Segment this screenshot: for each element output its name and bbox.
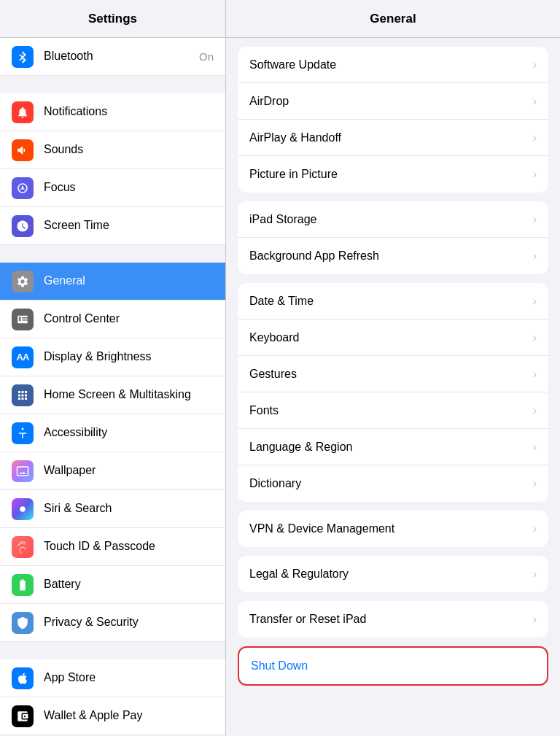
sidebar-label-accessibility: Accessibility — [44, 425, 107, 441]
chevron-vpn-device: › — [533, 522, 537, 535]
sidebar-item-home-screen[interactable]: Home Screen & Multitasking — [0, 376, 225, 414]
sidebar-label-battery: Battery — [44, 577, 81, 592]
sidebar: Bluetooth On Notifications Sounds Focus — [0, 38, 226, 736]
chevron-keyboard: › — [533, 331, 537, 344]
detail-item-language-region[interactable]: Language & Region › — [238, 429, 548, 465]
home-screen-icon — [12, 384, 34, 406]
control-center-icon — [12, 309, 34, 330]
app-store-icon — [12, 667, 34, 689]
detail-item-date-time[interactable]: Date & Time › — [238, 283, 548, 319]
detail-item-airplay-handoff[interactable]: AirPlay & Handoff › — [238, 120, 548, 156]
detail-group-2: iPad Storage › Background App Refresh › — [238, 201, 548, 274]
chevron-gestures: › — [533, 368, 537, 381]
chevron-language-region: › — [533, 441, 537, 454]
siri-icon — [12, 498, 34, 520]
sidebar-label-privacy-security: Privacy & Security — [44, 615, 139, 630]
general-icon — [12, 271, 34, 293]
sidebar-header: Settings — [0, 0, 226, 37]
battery-icon — [12, 574, 34, 596]
detail-item-keyboard[interactable]: Keyboard › — [238, 319, 548, 356]
sidebar-item-sounds[interactable]: Sounds — [0, 131, 225, 169]
detail-group-5: Legal & Regulatory › — [238, 556, 548, 592]
detail-label-software-update: Software Update — [249, 58, 527, 71]
detail-panel: Software Update › AirDrop › AirPlay & Ha… — [226, 38, 560, 736]
sidebar-item-screen-time[interactable]: Screen Time — [0, 207, 225, 245]
detail-label-fonts: Fonts — [249, 404, 527, 417]
detail-group-1: Software Update › AirDrop › AirPlay & Ha… — [238, 47, 548, 193]
sidebar-item-privacy-security[interactable]: Privacy & Security — [0, 604, 225, 642]
detail-header: General — [226, 0, 560, 37]
detail-item-ipad-storage[interactable]: iPad Storage › — [238, 201, 548, 238]
detail-item-fonts[interactable]: Fonts › — [238, 392, 548, 429]
header: Settings General — [0, 0, 560, 38]
focus-icon — [12, 177, 34, 199]
detail-label-background-app-refresh: Background App Refresh — [249, 249, 527, 263]
detail-label-ipad-storage: iPad Storage — [249, 213, 527, 226]
bluetooth-icon — [12, 46, 34, 68]
detail-item-transfer-reset[interactable]: Transfer or Reset iPad › — [238, 601, 548, 638]
chevron-airplay-handoff: › — [533, 131, 537, 144]
sidebar-item-accessibility[interactable]: Accessibility — [0, 414, 225, 452]
chevron-fonts: › — [533, 404, 537, 417]
sidebar-label-app-store: App Store — [44, 670, 96, 686]
wallet-icon — [12, 705, 34, 727]
detail-item-legal-regulatory[interactable]: Legal & Regulatory › — [238, 556, 548, 592]
sidebar-spacer-2 — [0, 245, 225, 263]
detail-label-legal-regulatory: Legal & Regulatory — [249, 568, 527, 581]
wallpaper-icon — [12, 460, 34, 482]
detail-label-airplay-handoff: AirPlay & Handoff — [249, 131, 527, 144]
sidebar-item-wallet[interactable]: Wallet & Apple Pay — [0, 697, 225, 735]
detail-item-picture-in-picture[interactable]: Picture in Picture › — [238, 156, 548, 193]
detail-label-shut-down: Shut Down — [251, 659, 535, 673]
detail-title: General — [370, 12, 416, 26]
sidebar-item-siri[interactable]: Siri & Search — [0, 490, 225, 528]
chevron-airdrop: › — [533, 95, 537, 108]
detail-label-picture-in-picture: Picture in Picture — [249, 168, 527, 181]
svg-point-0 — [22, 427, 24, 430]
detail-item-dictionary[interactable]: Dictionary › — [238, 465, 548, 502]
chevron-ipad-storage: › — [533, 213, 537, 226]
sidebar-label-notifications: Notifications — [44, 104, 107, 120]
sidebar-item-control-center[interactable]: Control Center — [0, 301, 225, 338]
sidebar-item-focus[interactable]: Focus — [0, 169, 225, 207]
sidebar-item-app-store[interactable]: App Store — [0, 659, 225, 697]
sidebar-label-wallet: Wallet & Apple Pay — [44, 708, 142, 724]
detail-group-6: Transfer or Reset iPad › — [238, 601, 548, 638]
bluetooth-value: On — [199, 50, 214, 63]
chevron-software-update: › — [533, 58, 537, 71]
sidebar-label-general: General — [44, 274, 85, 289]
detail-item-airdrop[interactable]: AirDrop › — [238, 83, 548, 120]
detail-item-gestures[interactable]: Gestures › — [238, 356, 548, 392]
sidebar-label-touch-id: Touch ID & Passcode — [44, 539, 155, 554]
sidebar-label-bluetooth: Bluetooth — [44, 49, 93, 64]
detail-label-vpn-device: VPN & Device Management — [249, 522, 527, 535]
chevron-legal-regulatory: › — [533, 568, 537, 581]
privacy-security-icon — [12, 612, 34, 634]
chevron-background-app-refresh: › — [533, 249, 537, 263]
sidebar-item-wallpaper[interactable]: Wallpaper — [0, 452, 225, 490]
chevron-transfer-reset: › — [533, 613, 537, 626]
sidebar-label-display-brightness: Display & Brightness — [44, 349, 152, 365]
sidebar-item-notifications[interactable]: Notifications — [0, 93, 225, 131]
sidebar-item-touch-id[interactable]: Touch ID & Passcode — [0, 528, 225, 566]
detail-item-software-update[interactable]: Software Update › — [238, 47, 548, 83]
accessibility-icon — [12, 422, 34, 444]
sidebar-label-home-screen: Home Screen & Multitasking — [44, 387, 191, 403]
display-brightness-icon: AA — [12, 346, 34, 368]
sidebar-label-focus: Focus — [44, 180, 76, 195]
svg-point-1 — [20, 506, 26, 512]
detail-label-language-region: Language & Region — [249, 441, 527, 454]
touch-id-icon — [12, 536, 34, 558]
main-content: Bluetooth On Notifications Sounds Focus — [0, 38, 560, 736]
sidebar-item-bluetooth[interactable]: Bluetooth On — [0, 38, 225, 76]
detail-item-shut-down[interactable]: Shut Down — [239, 648, 547, 684]
detail-group-4: VPN & Device Management › — [238, 511, 548, 547]
sidebar-item-display-brightness[interactable]: AA Display & Brightness — [0, 338, 225, 376]
sounds-icon — [12, 139, 34, 161]
sidebar-label-control-center: Control Center — [44, 311, 120, 327]
detail-item-vpn-device[interactable]: VPN & Device Management › — [238, 511, 548, 547]
detail-item-background-app-refresh[interactable]: Background App Refresh › — [238, 238, 548, 274]
sidebar-item-battery[interactable]: Battery — [0, 566, 225, 604]
detail-label-date-time: Date & Time — [249, 295, 527, 308]
sidebar-item-general[interactable]: General — [0, 263, 225, 301]
